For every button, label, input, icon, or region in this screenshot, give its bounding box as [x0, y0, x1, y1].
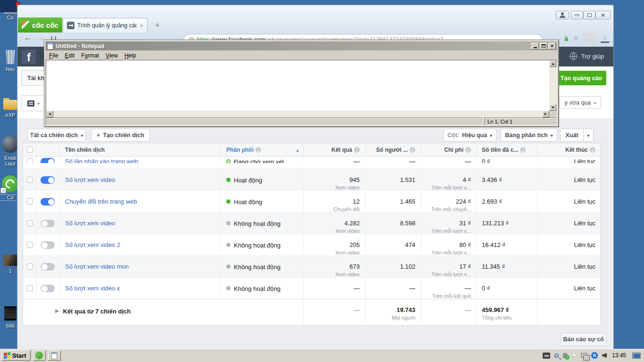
- campaign-filter-dropdown[interactable]: Tất cả chiến dịch: [27, 129, 86, 141]
- scroll-right-button[interactable]: [542, 111, 549, 117]
- coccoc-icon: [35, 352, 43, 359]
- row-checkbox[interactable]: [27, 263, 33, 270]
- campaign-toggle[interactable]: [41, 158, 55, 163]
- export-button[interactable]: Xuất: [560, 129, 584, 141]
- campaign-name-link[interactable]: Số lượt xem video: [65, 220, 115, 227]
- date-range-dropdown[interactable]: y vừa qua: [560, 96, 601, 109]
- people-value: 1.465: [400, 198, 415, 205]
- results-sub: Xem video: [335, 228, 360, 234]
- tab-ads-manager[interactable]: Trình quản lý quảng cáo ×: [63, 18, 148, 33]
- new-tab-button[interactable]: +: [151, 21, 164, 31]
- people-value: 474: [405, 241, 415, 248]
- cost-sub: Trên mỗi kết quả: [432, 293, 471, 299]
- taskbar-notepad-button[interactable]: [48, 350, 61, 361]
- start-button[interactable]: Start: [1, 350, 31, 361]
- delivery-status-icon: [226, 178, 231, 182]
- table-footer: ▶ Kết quả từ 7 chiến dịch — 19.743Mọi ng…: [23, 299, 600, 325]
- people-value: 1.102: [400, 263, 415, 270]
- export-caret-button[interactable]: [583, 129, 594, 141]
- background-window-titlebar: [0, 0, 17, 12]
- create-ad-button[interactable]: Tạo quảng cáo: [556, 71, 606, 85]
- vmware-tray-icon[interactable]: vm: [543, 353, 550, 359]
- campaign-toggle[interactable]: [41, 176, 55, 184]
- spent-value: 0 ₫: [482, 158, 490, 163]
- campaign-name-link[interactable]: Số lượt xem video 2: [65, 241, 120, 248]
- help-menu[interactable]: Trợ giúp: [570, 52, 604, 60]
- campaign-name-link[interactable]: Số lượt xem video: [65, 176, 115, 183]
- notepad-text-area[interactable]: [46, 60, 549, 111]
- results-sub: Chuyển đổi: [333, 206, 360, 212]
- cost-value: 224 ₫: [456, 198, 471, 205]
- menu-help[interactable]: Help: [121, 52, 140, 59]
- notepad-vertical-scrollbar[interactable]: [549, 60, 557, 111]
- coccoc-menu-button[interactable]: cốc cốc: [18, 17, 62, 33]
- downloads-button[interactable]: ↓: [601, 33, 609, 43]
- notepad-titlebar[interactable]: Untitled - Notepad ×: [46, 41, 557, 50]
- row-checkbox[interactable]: [27, 198, 33, 205]
- tab-favicon-icon: [67, 22, 74, 29]
- campaign-name-link[interactable]: Chuyển đổi trên trang web: [65, 198, 137, 205]
- notepad-close-button[interactable]: ×: [548, 43, 556, 49]
- flag-tray-icon[interactable]: ⚑: [571, 352, 577, 359]
- row-checkbox[interactable]: [27, 242, 33, 248]
- recycle-bin-icon: [5, 50, 16, 64]
- resize-grip[interactable]: [551, 119, 557, 125]
- notepad-minimize-button[interactable]: [531, 43, 539, 49]
- search-tray-icon[interactable]: [554, 354, 559, 358]
- taskbar-coccoc-button[interactable]: [33, 350, 46, 361]
- spent-value: 2.693 ₫: [482, 198, 502, 205]
- campaign-toggle[interactable]: [41, 263, 55, 271]
- tab-close-icon[interactable]: ×: [140, 22, 143, 29]
- campaign-name-link[interactable]: Số lần nhấp vào trang web: [65, 158, 138, 163]
- notepad-statusbar: Ln 1, Col 1: [46, 117, 557, 125]
- bookmark-star-icon[interactable]: ★: [573, 34, 579, 42]
- bluetooth-tray-icon[interactable]: B: [591, 352, 598, 359]
- back-button[interactable]: ←: [24, 33, 32, 42]
- scroll-left-button[interactable]: [46, 111, 53, 117]
- results-sub: Xem video: [335, 250, 360, 255]
- create-campaign-button[interactable]: +Tạo chiến dịch: [91, 129, 150, 141]
- menu-file[interactable]: File: [46, 52, 61, 59]
- network-tray-icon[interactable]: [581, 353, 587, 358]
- scroll-down-button[interactable]: [549, 104, 556, 111]
- facebook-logo[interactable]: f: [22, 49, 36, 64]
- campaign-name-link[interactable]: Số lượt xem video mon: [65, 263, 129, 270]
- taskbar: Start vm ✓ ⚑ B 13:45: [0, 349, 644, 362]
- columns-dropdown[interactable]: Cột:Hiệu quả: [443, 129, 496, 141]
- chevron-down-icon: [37, 100, 40, 107]
- campaign-toggle[interactable]: [41, 198, 55, 206]
- profile-button[interactable]: [556, 11, 569, 19]
- campaign-toggle[interactable]: [41, 241, 55, 249]
- taskbar-clock[interactable]: 13:45: [610, 352, 628, 359]
- campaign-toggle[interactable]: [41, 220, 55, 227]
- row-checkbox[interactable]: [27, 158, 33, 163]
- notepad-horizontal-scrollbar[interactable]: [46, 111, 549, 118]
- breakdown-dropdown[interactable]: Bảng phân tích: [501, 129, 557, 141]
- close-button[interactable]: ×: [595, 11, 611, 19]
- minimize-button[interactable]: [571, 11, 583, 19]
- campaign-name-link[interactable]: Số lượt xem video x: [65, 285, 120, 292]
- menu-format[interactable]: Format: [78, 52, 102, 59]
- footer-summary[interactable]: ▶ Kết quả từ 7 chiến dịch: [23, 299, 304, 325]
- scroll-up-button[interactable]: [549, 60, 556, 67]
- campaign-toggle[interactable]: [41, 285, 55, 292]
- row-checkbox[interactable]: [27, 285, 33, 291]
- maximize-button[interactable]: [583, 11, 595, 19]
- notepad-maximize-button[interactable]: [540, 43, 547, 49]
- notepad-client: [46, 60, 557, 118]
- row-checkbox[interactable]: [27, 177, 33, 183]
- cost-sub: Trên mỗi lượt x...: [431, 250, 471, 255]
- extension-download-button[interactable]: ↓: [583, 33, 596, 44]
- usb-device-tray-icon[interactable]: ✓: [563, 353, 567, 358]
- row-checkbox[interactable]: [27, 220, 33, 226]
- menu-edit[interactable]: Edit: [61, 52, 78, 59]
- system-tray: vm ✓ ⚑ B 13:45: [543, 349, 643, 362]
- notes-dropdown-button[interactable]: [21, 95, 46, 111]
- cursor-position: Ln 1, Col 1: [487, 119, 512, 124]
- expand-icon[interactable]: ▶: [55, 308, 59, 314]
- report-problem-button[interactable]: Báo cáo sự cố: [561, 333, 606, 346]
- vietnamese-ime-indicator[interactable]: à: [564, 34, 568, 42]
- menu-view[interactable]: View: [102, 52, 121, 59]
- volume-tray-icon[interactable]: [602, 353, 606, 358]
- show-desktop-button[interactable]: [632, 353, 641, 359]
